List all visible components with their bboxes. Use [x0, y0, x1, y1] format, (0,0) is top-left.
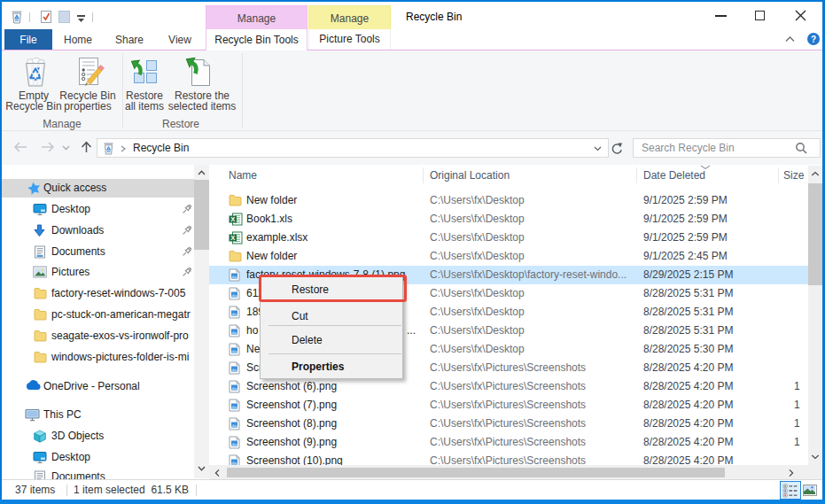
svg-text:X: X	[230, 234, 235, 242]
svg-text:?: ?	[811, 35, 816, 44]
svg-text:X: X	[230, 215, 235, 223]
